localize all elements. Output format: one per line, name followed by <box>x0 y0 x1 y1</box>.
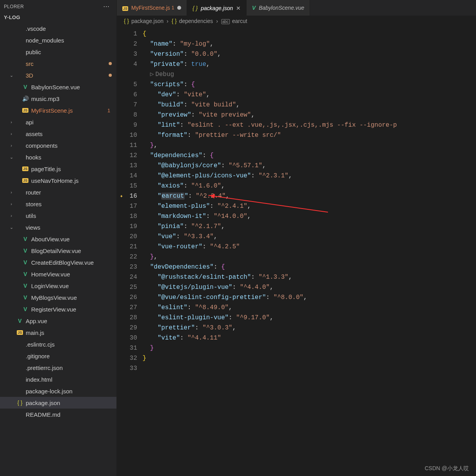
line-number: 33 <box>117 363 137 373</box>
code-line[interactable]: "vite": "^4.4.11" <box>143 333 476 343</box>
tree-item[interactable]: JSuseNavToHome.js <box>0 175 116 186</box>
tree-item[interactable]: ›api <box>0 116 116 128</box>
tree-item[interactable]: VBabylonScene.vue <box>0 81 116 93</box>
tree-item[interactable]: ›utils <box>0 210 116 221</box>
editor-tab[interactable]: JSMyFirstScene.js1 <box>117 0 187 16</box>
code-line[interactable]: "markdown-it": "^14.0.0", <box>143 211 476 221</box>
code-line[interactable]: "name": "my-log", <box>143 39 476 49</box>
breadcrumb-item[interactable]: { }dependencies <box>171 18 213 24</box>
tree-item[interactable]: VCreateEditBlogView.vue <box>0 257 116 268</box>
code-line[interactable]: ▷Debug <box>143 69 476 80</box>
tree-item[interactable]: VApp.vue <box>0 315 116 327</box>
tree-item[interactable]: src <box>0 58 116 69</box>
tree-item[interactable]: ›assets <box>0 128 116 140</box>
chevron-icon: ⌄ <box>9 225 14 230</box>
tree-item[interactable]: ›stores <box>0 198 116 210</box>
line-number: 32 <box>117 353 137 363</box>
code-line[interactable]: { <box>143 29 476 39</box>
breadcrumb-item[interactable]: abcearcut <box>221 18 247 24</box>
tree-item[interactable]: index.html <box>0 373 116 385</box>
tree-item[interactable]: package-lock.json <box>0 385 116 397</box>
code-line[interactable]: "eslint": "^8.49.0", <box>143 303 476 313</box>
code-line[interactable]: "version": "0.0.0", <box>143 49 476 59</box>
tree-item[interactable]: ›router <box>0 186 116 198</box>
tree-item[interactable]: node_modules <box>0 34 116 46</box>
code-line[interactable]: "devDependencies": { <box>143 262 476 272</box>
code-line[interactable]: "@babylonjs/core": "^5.57.1", <box>143 161 476 171</box>
tree-item[interactable]: public <box>0 46 116 58</box>
tree-item[interactable]: 🔊music.mp3 <box>0 93 116 104</box>
tree-item[interactable]: JSpageTitle.js <box>0 163 116 175</box>
code-line[interactable]: }, <box>143 140 476 150</box>
code-line[interactable]: "preview": "vite preview", <box>143 110 476 120</box>
tree-item[interactable]: ⌄3D <box>0 69 116 81</box>
project-name[interactable]: Y-LOG <box>0 13 116 22</box>
code-line[interactable]: "private": true, <box>143 59 476 69</box>
tree-item[interactable]: .gitignore <box>0 350 116 362</box>
tree-item[interactable]: .prettierrc.json <box>0 362 116 373</box>
file-icon: V <box>22 84 29 90</box>
line-number: 11 <box>117 140 137 150</box>
code-line[interactable]: "@vitejs/plugin-vue": "^4.4.0", <box>143 282 476 292</box>
code-line[interactable]: "dependencies": { <box>143 150 476 161</box>
tree-item[interactable]: VAboutView.vue <box>0 233 116 245</box>
tree-item[interactable]: ⌄hooks <box>0 151 116 163</box>
code-line[interactable]: "@element-plus/icons-vue": "^2.3.1", <box>143 171 476 181</box>
code-line[interactable]: "dev": "vite", <box>143 90 476 100</box>
file-icon: JS <box>22 178 29 183</box>
line-number: 19 <box>117 221 137 232</box>
code-line[interactable]: "earcut": "^2.2.4", <box>143 191 476 201</box>
tree-item[interactable]: README.md <box>0 409 116 420</box>
tree-item[interactable]: JSMyFirstScene.js1 <box>0 104 116 116</box>
code-line[interactable]: "build": "vite build", <box>143 100 476 110</box>
close-icon[interactable]: ✕ <box>236 5 241 11</box>
sidebar: PLORER ··· Y-LOG .vscodenode_modulespubl… <box>0 0 117 476</box>
editor-tab[interactable]: { }package.json✕ <box>187 0 247 16</box>
tree-label: public <box>26 49 112 55</box>
tree-item[interactable]: VLoginView.vue <box>0 280 116 292</box>
tree-item[interactable]: VRegisterView.vue <box>0 303 116 315</box>
code-line[interactable]: } <box>143 343 476 353</box>
tab-badge: 1 <box>172 5 175 11</box>
chevron-icon: › <box>9 202 14 206</box>
tree-item[interactable]: VBlogDetailView.vue <box>0 245 116 257</box>
breadcrumb-item[interactable]: { }package.json <box>124 18 164 24</box>
code-line[interactable] <box>143 363 476 373</box>
code-line[interactable]: "format": "prettier --write src/" <box>143 130 476 140</box>
chevron-icon: ⌄ <box>9 73 14 78</box>
line-number: 30 <box>117 333 137 343</box>
tree-item[interactable]: JSmain.js <box>0 327 116 338</box>
tree-label: App.vue <box>26 318 112 324</box>
tree-item[interactable]: .eslintrc.cjs <box>0 338 116 350</box>
code-editor[interactable]: 123456789101112131415✦161718192021222324… <box>117 27 476 476</box>
code-line[interactable]: "scripts": { <box>143 80 476 90</box>
code-line[interactable]: "pinia": "^2.1.7", <box>143 221 476 232</box>
tree-item[interactable]: { }package.json <box>0 397 116 409</box>
code-line[interactable]: "lint": "eslint . --ext .vue,.js,.jsx,.c… <box>143 120 476 130</box>
code-content[interactable]: { "name": "my-log", "version": "0.0.0", … <box>143 27 476 476</box>
more-icon[interactable]: ··· <box>102 2 111 11</box>
tree-item[interactable]: .vscode <box>0 23 116 34</box>
tree-label: AboutView.vue <box>31 236 112 242</box>
code-line[interactable]: "@rushstack/eslint-patch": "^1.3.3", <box>143 272 476 282</box>
editor-tab[interactable]: VBabylonScene.vue <box>247 0 310 16</box>
tree-item[interactable]: ›components <box>0 140 116 151</box>
file-icon: { } <box>192 5 197 11</box>
chevron-icon: ⌄ <box>9 155 14 160</box>
code-line[interactable]: "eslint-plugin-vue": "^9.17.0", <box>143 313 476 323</box>
tree-label: router <box>26 189 112 196</box>
code-line[interactable]: "axios": "^1.6.0", <box>143 181 476 191</box>
code-line[interactable]: "vue-router": "^4.2.5" <box>143 242 476 252</box>
tree-label: api <box>26 119 112 126</box>
code-line[interactable]: }, <box>143 252 476 262</box>
code-line[interactable]: "@vue/eslint-config-prettier": "^8.0.0", <box>143 292 476 303</box>
tree-item[interactable]: VHomeView.vue <box>0 268 116 280</box>
tree-item[interactable]: VMyBlogsView.vue <box>0 292 116 303</box>
code-line[interactable]: "vue": "^3.3.4", <box>143 232 476 242</box>
tree-label: utils <box>26 212 112 219</box>
code-line[interactable]: "prettier": "^3.0.3", <box>143 323 476 333</box>
line-number: 9 <box>117 120 137 130</box>
code-line[interactable]: } <box>143 353 476 363</box>
tree-item[interactable]: ⌄views <box>0 221 116 233</box>
line-number: 27 <box>117 303 137 313</box>
